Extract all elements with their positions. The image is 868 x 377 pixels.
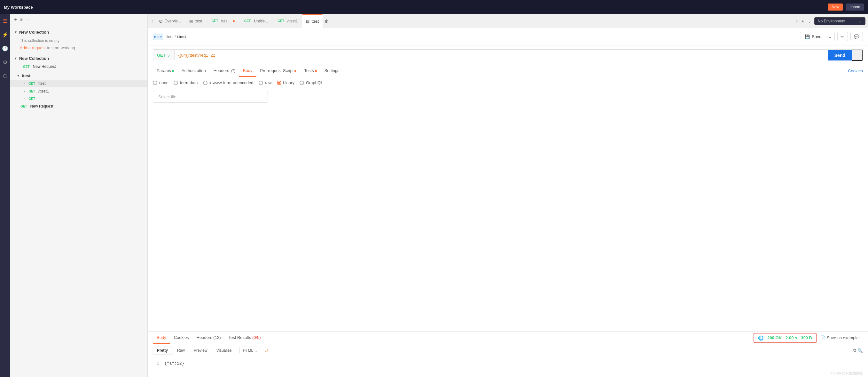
main-layout: ☰ ⚡ 🕐 ⚙ ⬡ + ≡ ··· ▼ New Collection This … (0, 14, 868, 377)
cookies-link[interactable]: Cookies (848, 65, 863, 77)
collection-header-1[interactable]: ▼ New Collection (10, 28, 147, 36)
save-button-container: 💾 Save ⌄ (800, 32, 835, 41)
ttest-collection-header[interactable]: ▼ ttest (10, 72, 147, 80)
tab-body[interactable]: Body (239, 65, 256, 77)
collection-header-2[interactable]: ▼ New Collection (10, 54, 147, 63)
tab-settings[interactable]: Settings (321, 65, 343, 77)
format-pretty-button[interactable]: Pretty (153, 347, 172, 354)
sidebar-icon-history[interactable]: 🕐 (1, 44, 9, 53)
tab-get-ttes[interactable]: GET ttes... (207, 14, 239, 28)
format-visualize-button[interactable]: Visualize (213, 347, 236, 354)
sidebar-more-button[interactable]: ··· (25, 17, 29, 22)
tab-untitled-label: Untitle... (254, 19, 268, 23)
tab-ttest-active[interactable]: ▤ ttest (302, 14, 322, 28)
tab-ttest-collection[interactable]: ▤ ttest (185, 14, 206, 28)
import-button[interactable]: Import (846, 3, 864, 10)
tab-method-get-ttes: GET (210, 19, 220, 23)
sidebar-icon-more[interactable]: ⬡ (2, 72, 9, 80)
request-name-ttest1: /ttest1 (38, 89, 49, 93)
breadcrumb-parent: ttest (165, 34, 174, 39)
filter-button[interactable]: ≡ (20, 17, 23, 22)
save-button[interactable]: 💾 Save (800, 32, 826, 41)
radio-none[interactable]: none (153, 80, 168, 85)
tab-authorization[interactable]: Authorization (178, 65, 210, 77)
response-size: 399 B (801, 336, 812, 340)
environment-label: No Environment (818, 19, 845, 23)
tab-tests[interactable]: Tests (300, 65, 320, 77)
collection-icon-active: ▤ (306, 19, 309, 24)
file-select-area[interactable]: Select file (153, 91, 268, 103)
radio-raw[interactable]: raw (259, 80, 272, 85)
save-example-button[interactable]: 📄 Save as example (820, 336, 859, 340)
request-name-ttest: ttest (38, 81, 46, 86)
tab-back-button[interactable]: ‹ (150, 17, 154, 25)
tab-ttest-active-label: ttest (311, 19, 319, 24)
tab-overview[interactable]: ⊙ Overvie... (155, 14, 185, 28)
format-raw-button[interactable]: Raw (173, 347, 189, 354)
comment-button[interactable]: 💬 (850, 32, 863, 41)
radio-label-urlencoded: x-www-form-urlencoded (209, 80, 253, 85)
environment-selector[interactable]: No Environment ⌄ (814, 17, 865, 25)
radio-circle-form-data (174, 81, 178, 85)
send-dropdown-button[interactable]: ⌄ (852, 50, 863, 61)
send-button[interactable]: Send (828, 50, 852, 60)
request-item-new-request-ttest[interactable]: GET New Request (10, 103, 147, 110)
tab-add-button[interactable]: + (800, 17, 805, 25)
tab-headers[interactable]: Headers (7) (210, 65, 239, 77)
url-input[interactable] (175, 50, 828, 60)
request-item-ttest-active[interactable]: › GET ttest (10, 80, 147, 87)
radio-binary[interactable]: binary (277, 80, 294, 85)
new-button[interactable]: New (828, 3, 843, 10)
method-badge-get-new: GET (19, 104, 28, 109)
tab-forward-button[interactable]: › (795, 17, 799, 25)
response-tab-body[interactable]: Body (153, 332, 170, 344)
method-selector[interactable]: GET ⌄ (153, 50, 175, 60)
tab-menu-button[interactable]: ⌄ (807, 17, 813, 25)
radio-graphql[interactable]: GraphQL (300, 80, 323, 85)
headers-badge: (7) (231, 69, 235, 72)
add-request-link-1[interactable]: Add a request (20, 46, 46, 50)
expand-button-ttest1[interactable]: › (23, 90, 25, 93)
request-area: ‹ ⊙ Overvie... ▤ ttest GET ttes... GET U… (148, 14, 868, 377)
response-tab-test-results[interactable]: Test Results (0/5) (224, 332, 265, 344)
params-dot (172, 70, 174, 72)
edit-button[interactable]: ✏ (837, 32, 848, 41)
save-dropdown-button[interactable]: ⌄ (826, 32, 834, 41)
response-area: Body Cookies Headers (12) Test Results (… (148, 331, 868, 377)
radio-circle-raw (259, 81, 263, 85)
request-item-new-request-1[interactable]: GET New Request (10, 63, 147, 70)
test-results-badge: (0/5) (252, 335, 261, 340)
tab-get-untitled[interactable]: GET Untitle... (239, 14, 272, 28)
search-response-button[interactable]: 🔍 (858, 348, 863, 353)
tab-trash-button[interactable]: 🗑 (323, 17, 330, 25)
sidebar-icon-servers[interactable]: ⚙ (2, 58, 9, 66)
request-item-get-empty[interactable]: › GET (10, 95, 147, 103)
tab-get-ttest1[interactable]: GET /ttest1 (272, 14, 302, 28)
tab-pre-request[interactable]: Pre-request Script (256, 65, 301, 77)
overview-icon: ⊙ (159, 19, 163, 24)
copy-response-button[interactable]: ⧉ (853, 348, 856, 353)
wrap-button[interactable]: ⇄ (265, 348, 269, 353)
add-collection-button[interactable]: + (14, 17, 18, 22)
sidebar-icon-collections[interactable]: ☰ (2, 17, 9, 25)
request-item-ttest1[interactable]: › GET /ttest1 (10, 87, 147, 95)
pre-request-dot (294, 70, 297, 72)
radio-urlencoded[interactable]: x-www-form-urlencoded (203, 80, 253, 85)
response-tab-headers[interactable]: Headers (12) (193, 332, 225, 344)
response-tab-cookies[interactable]: Cookies (170, 332, 193, 344)
collection-name-2: New Collection (19, 56, 49, 61)
response-tabs-row: Body Cookies Headers (12) Test Results (… (148, 332, 868, 344)
sidebar-header: + ≡ ··· (10, 14, 147, 25)
format-preview-button[interactable]: Preview (190, 347, 211, 354)
expand-button-empty[interactable]: › (23, 97, 25, 100)
chevron-down-icon-env: ⌄ (859, 19, 862, 23)
format-type-label: HTML (243, 348, 253, 353)
request-main: HTTP ttest / ttest 💾 Save ⌄ ✏ 💬 (148, 28, 868, 377)
sidebar-icon-environments[interactable]: ⚡ (1, 30, 9, 39)
expand-button-ttest[interactable]: › (23, 82, 25, 85)
radio-label-form-data: form-data (180, 80, 198, 85)
format-type-dropdown[interactable]: HTML ⌄ (240, 347, 261, 354)
radio-form-data[interactable]: form-data (174, 80, 198, 85)
response-more-button[interactable]: ··· (859, 335, 863, 341)
tab-params[interactable]: Params (153, 65, 178, 77)
